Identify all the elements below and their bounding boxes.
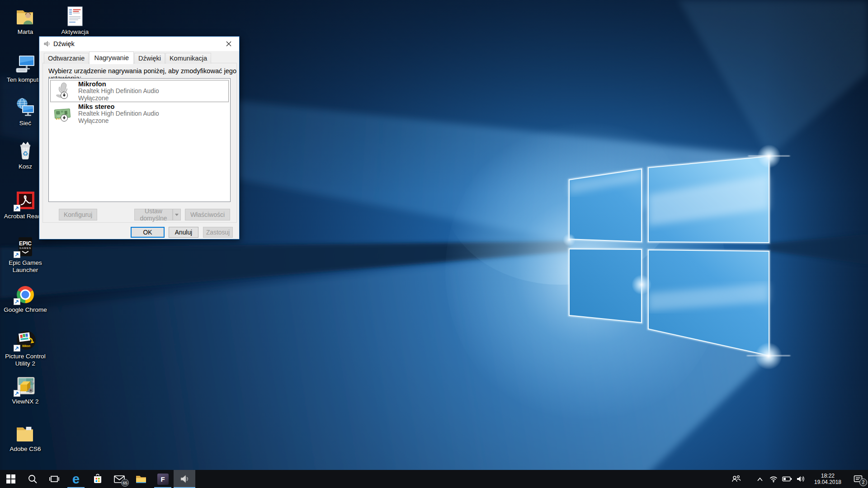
chrome-icon xyxy=(4,282,47,305)
tab-komunikacja[interactable]: Komunikacja xyxy=(165,53,211,64)
windows-logo-icon xyxy=(6,474,15,483)
recording-devices-list[interactable]: Mikrofon Realtek High Definition Audio W… xyxy=(48,78,231,202)
folder-icon xyxy=(4,422,47,444)
desktop-icon-picture-control-utility[interactable]: Nikon Picture Control Utility 2 xyxy=(4,329,47,367)
apply-button[interactable]: Zastosuj xyxy=(203,227,233,238)
start-button[interactable] xyxy=(0,470,22,488)
action-center-button[interactable]: 2 xyxy=(848,470,868,488)
desktop-icon-adobe-cs6[interactable]: Adobe CS6 xyxy=(4,422,47,453)
svg-text:GAMES: GAMES xyxy=(19,247,31,249)
taskbar-file-explorer-button[interactable] xyxy=(130,470,152,488)
taskbar-sound-window-button[interactable] xyxy=(174,470,195,488)
close-icon[interactable] xyxy=(218,37,239,51)
shortcut-arrow-icon xyxy=(14,205,20,211)
user-folder-icon xyxy=(4,5,47,27)
dialog-tab-strip: Odtwarzanie Nagrywanie Dźwięki Komunikac… xyxy=(44,52,212,64)
volume-tray-icon[interactable] xyxy=(794,470,807,488)
dialog-titlebar[interactable]: Dźwięk xyxy=(39,37,239,51)
svg-text:Nikon: Nikon xyxy=(22,344,30,347)
dialog-title: Dźwięk xyxy=(53,40,75,47)
microphone-device-icon xyxy=(53,81,73,101)
set-default-dropdown-button[interactable] xyxy=(173,209,181,221)
clock-time: 18:22 xyxy=(809,473,846,479)
hidden-icons-chevron-icon[interactable] xyxy=(753,470,767,488)
battery-tray-icon[interactable] xyxy=(780,470,794,488)
desktop-icon-label: Epic Games Launcher xyxy=(4,259,47,274)
desktop-icon-label: Adobe CS6 xyxy=(4,446,47,453)
people-tray-icon[interactable] xyxy=(727,470,745,488)
disabled-down-arrow-badge xyxy=(61,92,68,99)
shortcut-arrow-icon xyxy=(14,345,20,352)
taskbar-mail-button[interactable]: 65 xyxy=(108,470,130,488)
action-center-badge: 2 xyxy=(859,479,867,486)
desktop-icon-epic-games[interactable]: EPIC GAMES Epic Games Launcher xyxy=(4,235,47,274)
device-name: Mikrofon xyxy=(78,80,159,88)
search-icon xyxy=(28,474,38,484)
desktop-icon-label: ViewNX 2 xyxy=(4,398,47,405)
shortcut-arrow-icon xyxy=(14,251,20,258)
speaker-icon xyxy=(43,40,51,47)
cancel-button[interactable]: Anuluj xyxy=(169,227,198,238)
microsoft-store-icon xyxy=(92,473,103,485)
speaker-icon xyxy=(179,474,190,484)
configure-button[interactable]: Konfiguruj xyxy=(59,209,97,221)
wifi-tray-icon[interactable] xyxy=(767,470,780,488)
taskbar-edge-button[interactable]: e xyxy=(65,470,87,488)
tab-odtwarzanie[interactable]: Odtwarzanie xyxy=(44,53,89,64)
stereo-mix-device-icon xyxy=(53,104,73,124)
search-button[interactable] xyxy=(22,470,43,488)
device-driver: Realtek High Definition Audio xyxy=(78,110,159,117)
set-default-button[interactable]: Ustaw domyślne xyxy=(134,209,173,221)
device-name: Miks stereo xyxy=(78,103,159,110)
ok-button[interactable]: OK xyxy=(131,227,165,238)
desktop-icon-aktywacja[interactable]: Aktywacja xyxy=(53,5,97,36)
taskbar-clock[interactable]: 18:22 19.04.2018 xyxy=(807,473,848,485)
svg-text:♻: ♻ xyxy=(23,150,28,157)
file-explorer-icon xyxy=(135,474,147,484)
tab-dzwieki[interactable]: Dźwięki xyxy=(134,53,165,64)
edge-icon: e xyxy=(72,473,80,486)
viewnx-icon xyxy=(4,374,47,397)
fortnite-icon: F xyxy=(157,474,169,485)
desktop-icon-label: Aktywacja xyxy=(53,28,97,36)
svg-text:EPIC: EPIC xyxy=(19,240,32,247)
shortcut-arrow-icon xyxy=(14,298,20,305)
desktop-icon-marta[interactable]: Marta xyxy=(4,5,47,36)
document-icon xyxy=(53,5,97,27)
task-view-icon xyxy=(49,474,60,483)
device-status: Wyłączone xyxy=(78,95,159,102)
clock-date: 19.04.2018 xyxy=(809,479,846,485)
device-item-mikrofon[interactable]: Mikrofon Realtek High Definition Audio W… xyxy=(50,80,229,102)
desktop-icon-label: Google Chrome xyxy=(4,306,47,314)
taskbar-store-button[interactable] xyxy=(87,470,108,488)
desktop-icon-google-chrome[interactable]: Google Chrome xyxy=(4,282,47,314)
mail-unread-badge: 65 xyxy=(121,479,129,487)
disabled-down-arrow-badge xyxy=(61,114,68,121)
desktop-icon-label: Marta xyxy=(4,28,47,36)
properties-button[interactable]: Właściwości xyxy=(185,209,230,221)
nikon-picture-control-icon: Nikon xyxy=(4,329,47,352)
chevron-down-icon xyxy=(175,214,179,216)
desktop-icon-viewnx[interactable]: ViewNX 2 xyxy=(4,374,47,405)
device-status: Wyłączone xyxy=(78,117,159,125)
desktop: Marta Aktywacja xyxy=(0,0,868,488)
task-view-button[interactable] xyxy=(43,470,65,488)
device-driver: Realtek High Definition Audio xyxy=(78,88,159,95)
taskbar-fortnite-button[interactable]: F xyxy=(152,470,174,488)
desktop-icon-label: Picture Control Utility 2 xyxy=(4,353,47,367)
sound-dialog-window: Dźwięk Odtwarzanie Nagrywanie Dźwięki Ko… xyxy=(39,36,240,239)
device-item-miks-stereo[interactable]: Miks stereo Realtek High Definition Audi… xyxy=(50,103,229,125)
recording-tab-panel: Wybierz urządzenie nagrywania poniżej, a… xyxy=(42,63,237,223)
taskbar: e 65 xyxy=(0,470,868,488)
tab-nagrywanie[interactable]: Nagrywanie xyxy=(89,52,134,64)
shortcut-arrow-icon xyxy=(14,390,20,397)
